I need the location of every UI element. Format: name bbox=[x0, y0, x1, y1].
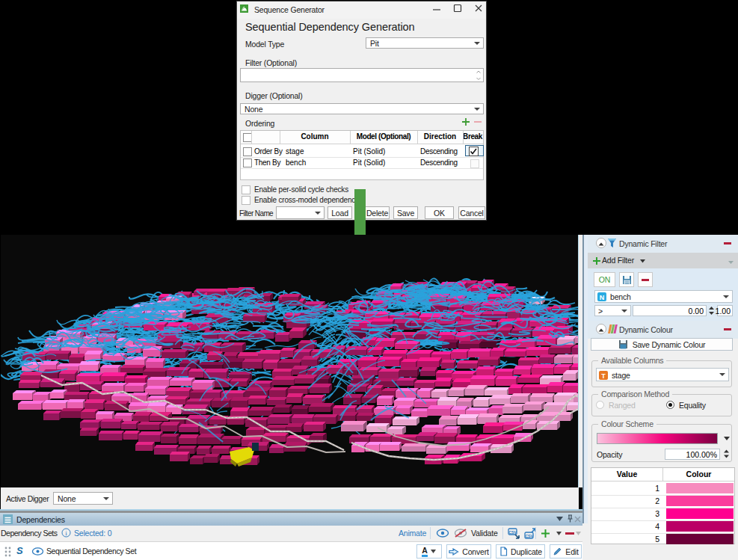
svg-text:T: T bbox=[601, 372, 606, 380]
svg-text:i: i bbox=[65, 529, 67, 537]
svg-text:N: N bbox=[600, 294, 604, 301]
svg-text:CSV: CSV bbox=[525, 534, 533, 538]
svg-text:CSV: CSV bbox=[508, 530, 517, 535]
